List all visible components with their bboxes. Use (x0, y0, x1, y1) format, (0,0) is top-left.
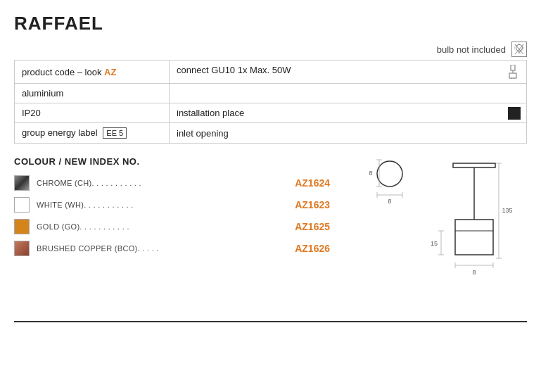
white-code: AZ1623 (281, 199, 330, 210)
svg-point-15 (377, 161, 402, 186)
white-name: WHITE (WH). . . . . . . . . . . (37, 201, 274, 209)
table-row-product-code: product code – look AZ connect GU10 1x M… (15, 61, 527, 84)
table-row-energy: group energy label EE 5 inlet opening (15, 123, 527, 144)
installation-cell: installation place (170, 103, 527, 123)
white-swatch (14, 197, 30, 213)
colour-row-chrome: CHROME (CH). . . . . . . . . . . AZ1624 (14, 175, 330, 191)
bco-swatch (14, 241, 30, 256)
colour-diagram-section: COLOUR / NEW INDEX NO. CHROME (CH). . . … (14, 156, 527, 311)
material-text: aluminium (22, 88, 63, 99)
table-row-material: aluminium (15, 84, 527, 103)
energy-cell: group energy label EE 5 (15, 123, 170, 144)
svg-text:8: 8 (369, 170, 372, 177)
svg-rect-10 (511, 65, 515, 70)
svg-point-0 (516, 45, 523, 51)
info-table: product code – look AZ connect GU10 1x M… (14, 60, 527, 144)
material-cell: aluminium (15, 84, 170, 103)
svg-rect-12 (509, 73, 516, 78)
svg-text:135: 135 (502, 207, 512, 214)
colour-row-bco: BRUSHED COPPER (BCO). . . . . AZ1626 (14, 241, 330, 256)
bulb-note-row: bulb not included (14, 42, 527, 57)
svg-text:15: 15 (431, 240, 438, 247)
energy-label-text: group energy label (22, 127, 98, 138)
product-code-label: product code – look (22, 67, 101, 77)
bco-code: AZ1626 (281, 243, 330, 254)
page-title: RAFFAEL (14, 13, 527, 34)
az-label: AZ (104, 67, 116, 77)
inlet-cell: inlet opening (170, 123, 527, 144)
bottom-border (14, 321, 527, 322)
svg-text:8: 8 (388, 198, 391, 205)
product-code-cell: product code – look AZ (15, 61, 170, 84)
colour-row-white: WHITE (WH). . . . . . . . . . . AZ1623 (14, 197, 330, 213)
svg-rect-26 (455, 220, 493, 255)
diagram-area: 8 8 135 15 (344, 156, 527, 311)
bulb-note-text: bulb not included (437, 44, 506, 55)
colour-heading: COLOUR / NEW INDEX NO. (14, 156, 330, 167)
colour-list: COLOUR / NEW INDEX NO. CHROME (CH). . . … (14, 156, 344, 311)
gold-swatch (14, 219, 30, 234)
chrome-swatch (14, 175, 30, 191)
installation-text: installation place (177, 108, 244, 118)
svg-text:8: 8 (472, 269, 476, 276)
ip-cell: IP20 (15, 103, 170, 123)
chrome-name: CHROME (CH). . . . . . . . . . . (37, 179, 274, 187)
colour-row-gold: GOLD (GO). . . . . . . . . . . AZ1625 (14, 219, 330, 234)
svg-rect-24 (453, 163, 495, 167)
gold-name: GOLD (GO). . . . . . . . . . . (37, 222, 274, 231)
ip-text: IP20 (22, 108, 41, 118)
bco-name: BRUSHED COPPER (BCO). . . . . (37, 244, 274, 253)
gold-code: AZ1625 (281, 221, 330, 232)
connect-cell: connect GU10 1x Max. 50W (170, 61, 527, 84)
connector-icon (507, 65, 519, 79)
chrome-code: AZ1624 (281, 177, 330, 189)
table-row-ip: IP20 installation place (15, 103, 527, 123)
install-icon (508, 107, 521, 120)
connect-text: connect GU10 1x Max. 50W (177, 65, 291, 75)
bulb-icon (511, 42, 527, 57)
energy-badge: EE 5 (103, 127, 127, 139)
inlet-text: inlet opening (177, 128, 229, 139)
diagram-svg: 8 8 135 15 (351, 156, 520, 311)
empty-cell (170, 84, 527, 103)
